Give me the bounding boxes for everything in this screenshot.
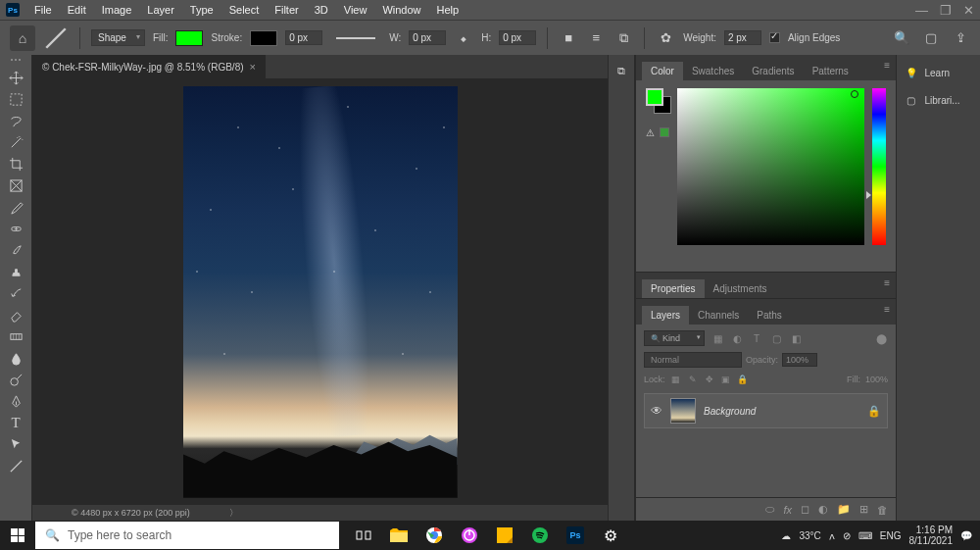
filter-toggle[interactable]: ⬤	[874, 331, 888, 345]
window-close-icon[interactable]: ✕	[963, 3, 974, 18]
home-button[interactable]: ⌂	[10, 25, 35, 51]
layer-visibility-icon[interactable]: 👁	[651, 404, 662, 418]
foreground-color-swatch[interactable]	[646, 88, 663, 106]
tab-paths[interactable]: Paths	[748, 306, 791, 325]
tab-color[interactable]: Color	[642, 62, 683, 80]
learn-panel-button[interactable]: 💡 Learn	[904, 65, 974, 80]
crop-tool[interactable]	[2, 153, 29, 175]
stroke-width-input[interactable]: 0 px	[285, 30, 322, 45]
tab-layers[interactable]: Layers	[642, 306, 689, 325]
screen-mode-icon[interactable]: ▢	[921, 28, 941, 48]
menu-help[interactable]: Help	[430, 2, 466, 18]
settings-icon[interactable]: ⚙	[596, 522, 625, 549]
clone-stamp-tool[interactable]	[2, 261, 29, 282]
path-ops-icon[interactable]: ■	[559, 28, 578, 48]
tray-expand-icon[interactable]: ʌ	[829, 530, 835, 541]
menu-type[interactable]: Type	[183, 2, 220, 18]
healing-brush-tool[interactable]	[2, 218, 29, 239]
tab-gradients[interactable]: Gradients	[743, 62, 803, 80]
taskbar-search[interactable]: 🔍 Type here to search	[35, 522, 339, 549]
blur-tool[interactable]	[2, 347, 29, 369]
sticky-notes-icon[interactable]	[490, 522, 519, 549]
panel-menu-icon[interactable]: ≡	[884, 60, 890, 71]
hue-slider[interactable]	[872, 88, 886, 245]
weather-icon[interactable]: ☁	[781, 530, 791, 541]
width-input[interactable]: 0 px	[409, 30, 446, 45]
weight-input[interactable]: 2 px	[724, 30, 761, 45]
blend-mode-dropdown[interactable]: Normal	[644, 352, 742, 368]
layer-row[interactable]: 👁 Background 🔒	[644, 393, 888, 428]
menu-file[interactable]: File	[27, 2, 59, 18]
stroke-style-dropdown[interactable]	[336, 37, 375, 39]
brush-tool[interactable]	[2, 239, 29, 261]
onedrive-icon[interactable]: ⊘	[843, 530, 851, 541]
power-icon[interactable]	[455, 522, 484, 549]
file-explorer-icon[interactable]	[384, 522, 414, 549]
canvas-viewport[interactable]	[32, 78, 608, 505]
path-align-icon[interactable]: ≡	[586, 28, 606, 48]
layer-thumbnail[interactable]	[670, 398, 696, 424]
marquee-tool[interactable]	[2, 88, 29, 110]
frame-tool[interactable]	[2, 175, 29, 196]
layer-filter-dropdown[interactable]: Kind	[644, 330, 705, 346]
group-icon[interactable]: 📁	[837, 503, 851, 516]
saturation-brightness-picker[interactable]	[677, 88, 864, 245]
layer-name[interactable]: Background	[704, 406, 756, 417]
chrome-icon[interactable]	[419, 522, 449, 549]
start-button[interactable]	[0, 528, 35, 542]
notifications-icon[interactable]: 💬	[960, 530, 972, 541]
line-shape-tool[interactable]	[2, 455, 29, 476]
type-tool[interactable]: T	[2, 412, 29, 433]
filter-smart-icon[interactable]: ◧	[789, 331, 803, 345]
dodge-tool[interactable]	[2, 369, 29, 390]
layer-style-icon[interactable]: fx	[783, 504, 792, 516]
fill-input[interactable]: 100%	[865, 375, 888, 384]
adjustment-layer-icon[interactable]: ◐	[818, 503, 828, 516]
window-minimize-icon[interactable]: —	[915, 3, 928, 18]
filter-pixel-icon[interactable]: ▦	[710, 331, 724, 345]
menu-layer[interactable]: Layer	[140, 2, 181, 18]
eraser-tool[interactable]	[2, 304, 29, 325]
move-tool[interactable]	[2, 67, 29, 88]
filter-shape-icon[interactable]: ▢	[769, 331, 783, 345]
menu-image[interactable]: Image	[95, 2, 139, 18]
gradient-tool[interactable]	[2, 325, 29, 347]
search-icon[interactable]: 🔍	[892, 28, 911, 48]
lock-transparency-icon[interactable]: ▦	[670, 374, 682, 385]
panel-grip-icon[interactable]	[6, 59, 25, 65]
document-tab[interactable]: © Chek-FSR-MilkyWay-.jpg @ 8.51% (RGB/8)…	[32, 55, 266, 78]
menu-edit[interactable]: Edit	[61, 2, 93, 18]
tab-properties[interactable]: Properties	[642, 279, 705, 298]
opacity-input[interactable]: 100%	[782, 353, 817, 367]
spotify-icon[interactable]	[525, 522, 555, 549]
share-icon[interactable]: ⇪	[951, 28, 970, 48]
window-restore-icon[interactable]: ❐	[940, 3, 952, 18]
gamut-closest-swatch[interactable]	[660, 127, 669, 137]
lock-pixels-icon[interactable]: ✎	[687, 374, 699, 385]
photoshop-taskbar-icon[interactable]: Ps	[561, 522, 590, 549]
lock-position-icon[interactable]: ✥	[704, 374, 715, 385]
align-edges-checkbox[interactable]	[769, 32, 780, 43]
new-layer-icon[interactable]: ⊞	[859, 503, 868, 516]
filter-type-icon[interactable]: T	[750, 331, 763, 345]
tab-adjustments[interactable]: Adjustments	[705, 279, 776, 298]
tab-patterns[interactable]: Patterns	[804, 62, 858, 80]
delete-layer-icon[interactable]: 🗑	[877, 504, 888, 516]
temperature[interactable]: 33°C	[799, 530, 820, 541]
magic-wand-tool[interactable]	[2, 131, 29, 153]
layer-lock-icon[interactable]: 🔒	[867, 405, 881, 418]
status-arrow-icon[interactable]: 〉	[229, 507, 238, 520]
tab-channels[interactable]: Channels	[689, 306, 748, 325]
menu-window[interactable]: Window	[375, 2, 427, 18]
tab-swatches[interactable]: Swatches	[683, 62, 743, 80]
layer-mask-icon[interactable]: ◻	[801, 503, 809, 516]
stroke-swatch[interactable]	[250, 30, 277, 46]
eyedropper-tool[interactable]	[2, 196, 29, 218]
fill-swatch[interactable]	[175, 30, 203, 46]
keyboard-icon[interactable]: ⌨	[858, 530, 872, 541]
menu-filter[interactable]: Filter	[268, 2, 305, 18]
height-input[interactable]: 0 px	[499, 30, 536, 45]
path-selection-tool[interactable]	[2, 433, 29, 455]
link-wh-icon[interactable]: ⬥	[454, 28, 473, 48]
close-tab-icon[interactable]: ×	[250, 61, 256, 73]
